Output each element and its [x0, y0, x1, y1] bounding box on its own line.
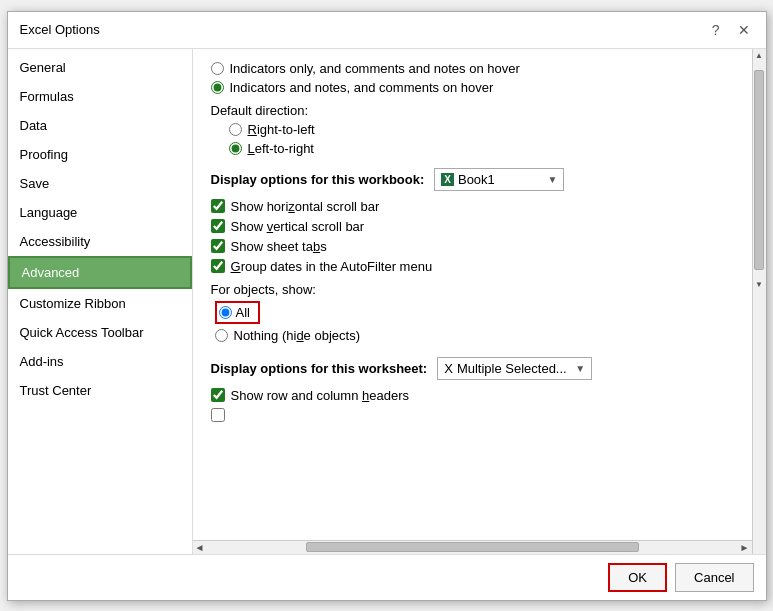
nothing-radio-row: Nothing (hide objects): [215, 328, 734, 343]
comment-display-options: Indicators only, and comments and notes …: [211, 61, 734, 95]
main-content: Indicators only, and comments and notes …: [193, 49, 752, 554]
show-sheet-tabs-row: Show sheet tabs: [211, 239, 734, 254]
dialog-footer: OK Cancel: [8, 554, 766, 600]
indicators-notes-radio[interactable]: [211, 81, 224, 94]
show-horizontal-checkbox[interactable]: [211, 199, 225, 213]
show-vertical-checkbox[interactable]: [211, 219, 225, 233]
show-formulas-checkbox[interactable]: [211, 408, 225, 422]
sidebar-item-accessibility[interactable]: Accessibility: [8, 227, 192, 256]
title-bar-controls: ? ✕: [708, 20, 754, 40]
excel-icon: X: [441, 173, 454, 186]
close-button[interactable]: ✕: [734, 20, 754, 40]
group-dates-label: Group dates in the AutoFilter menu: [231, 259, 433, 274]
vertical-scrollbar[interactable]: ▲ ▼: [752, 49, 766, 554]
sidebar-item-add-ins[interactable]: Add-ins: [8, 347, 192, 376]
ok-button[interactable]: OK: [608, 563, 667, 592]
workbook-dropdown[interactable]: X Book1 ▼: [434, 168, 564, 191]
workbook-display-header: Display options for this workbook: X Boo…: [211, 168, 734, 191]
sidebar-item-general[interactable]: General: [8, 53, 192, 82]
horizontal-scrollbar[interactable]: ◄ ►: [193, 540, 752, 554]
excel-icon-2: X: [444, 361, 453, 376]
v-scrollbar-thumb[interactable]: [754, 70, 764, 270]
show-row-col-row: Show row and column headers: [211, 388, 734, 403]
radio-row-indicators-notes: Indicators and notes, and comments on ho…: [211, 80, 734, 95]
for-objects-label: For objects, show:: [211, 282, 734, 297]
show-formulas-row: [211, 408, 734, 422]
show-row-col-label: Show row and column headers: [231, 388, 410, 403]
right-to-left-label: Right-to-left: [248, 122, 315, 137]
worksheet-dropdown[interactable]: X Multiple Selected... ▼: [437, 357, 592, 380]
sidebar-item-trust-center[interactable]: Trust Center: [8, 376, 192, 405]
dialog-body: GeneralFormulasDataProofingSaveLanguageA…: [8, 49, 766, 554]
sidebar-item-save[interactable]: Save: [8, 169, 192, 198]
cancel-button[interactable]: Cancel: [675, 563, 753, 592]
h-scroll-left[interactable]: ◄: [195, 542, 205, 553]
group-dates-checkbox[interactable]: [211, 259, 225, 273]
nothing-objects-label: Nothing (hide objects): [234, 328, 360, 343]
sidebar-item-proofing[interactable]: Proofing: [8, 140, 192, 169]
indicators-only-label: Indicators only, and comments and notes …: [230, 61, 520, 76]
show-sheet-tabs-label: Show sheet tabs: [231, 239, 327, 254]
group-dates-row: Group dates in the AutoFilter menu: [211, 259, 734, 274]
sidebar-item-formulas[interactable]: Formulas: [8, 82, 192, 111]
all-radio-box: All: [215, 301, 260, 324]
sidebar-item-advanced[interactable]: Advanced: [8, 256, 192, 289]
nothing-objects-radio[interactable]: [215, 329, 228, 342]
show-horizontal-row: Show horizontal scroll bar: [211, 199, 734, 214]
show-vertical-row: Show vertical scroll bar: [211, 219, 734, 234]
h-scrollbar-thumb[interactable]: [306, 542, 639, 552]
help-button[interactable]: ?: [708, 20, 724, 40]
all-radio-row: All: [215, 301, 734, 324]
objects-radio-group: All Nothing (hide objects): [211, 301, 734, 343]
show-vertical-label: Show vertical scroll bar: [231, 219, 365, 234]
right-to-left-radio[interactable]: [229, 123, 242, 136]
v-scroll-up[interactable]: ▲: [755, 51, 763, 60]
dialog-title: Excel Options: [20, 22, 100, 37]
indicators-notes-label: Indicators and notes, and comments on ho…: [230, 80, 494, 95]
content-scroll[interactable]: Indicators only, and comments and notes …: [193, 49, 752, 540]
direction-options: Right-to-left Left-to-right: [211, 122, 734, 156]
workbook-dropdown-arrow: ▼: [547, 174, 557, 185]
all-objects-label: All: [236, 305, 250, 320]
all-objects-radio[interactable]: [219, 306, 232, 319]
radio-row-right-to-left: Right-to-left: [229, 122, 734, 137]
v-scroll-down[interactable]: ▼: [755, 280, 763, 289]
default-direction-label: Default direction:: [211, 103, 734, 118]
worksheet-dropdown-value: Multiple Selected...: [457, 361, 567, 376]
workbook-dropdown-value: Book1: [458, 172, 495, 187]
show-row-col-checkbox[interactable]: [211, 388, 225, 402]
sidebar-item-data[interactable]: Data: [8, 111, 192, 140]
indicators-only-radio[interactable]: [211, 62, 224, 75]
worksheet-display-header: Display options for this worksheet: X Mu…: [211, 357, 734, 380]
worksheet-section-label: Display options for this worksheet:: [211, 361, 428, 376]
worksheet-dropdown-arrow: ▼: [575, 363, 585, 374]
sidebar: GeneralFormulasDataProofingSaveLanguageA…: [8, 49, 193, 554]
sidebar-item-language[interactable]: Language: [8, 198, 192, 227]
sidebar-item-quick-access[interactable]: Quick Access Toolbar: [8, 318, 192, 347]
radio-row-indicators-only: Indicators only, and comments and notes …: [211, 61, 734, 76]
sidebar-item-customize-ribbon[interactable]: Customize Ribbon: [8, 289, 192, 318]
radio-row-left-to-right: Left-to-right: [229, 141, 734, 156]
left-to-right-radio[interactable]: [229, 142, 242, 155]
workbook-section-label: Display options for this workbook:: [211, 172, 425, 187]
excel-options-dialog: Excel Options ? ✕ GeneralFormulasDataPro…: [7, 11, 767, 601]
h-scroll-right[interactable]: ►: [740, 542, 750, 553]
show-horizontal-label: Show horizontal scroll bar: [231, 199, 380, 214]
show-sheet-tabs-checkbox[interactable]: [211, 239, 225, 253]
title-bar: Excel Options ? ✕: [8, 12, 766, 49]
content-area: Indicators only, and comments and notes …: [193, 49, 766, 554]
workbook-checkboxes: Show horizontal scroll bar Show vertical…: [211, 199, 734, 274]
left-to-right-label: Left-to-right: [248, 141, 314, 156]
worksheet-checkboxes: Show row and column headers: [211, 388, 734, 422]
